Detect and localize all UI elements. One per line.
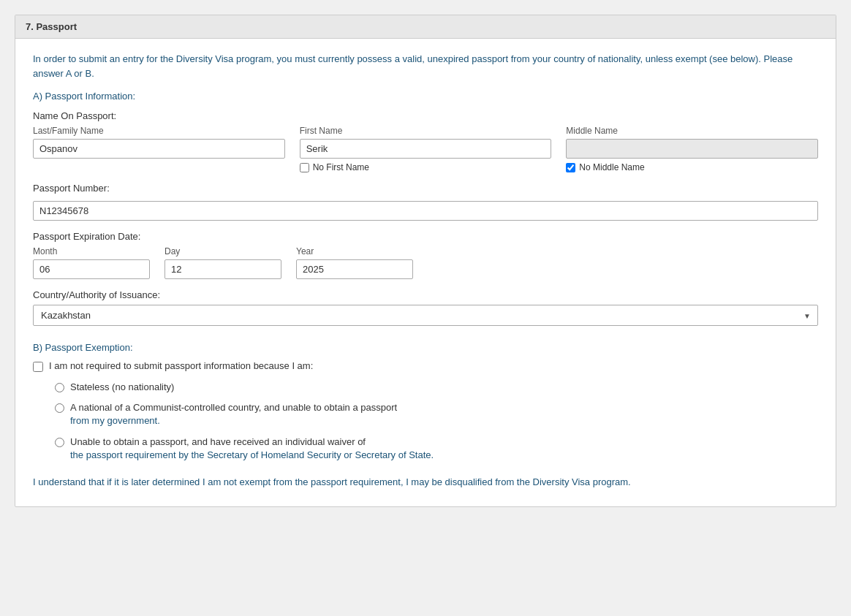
radio-stateless[interactable] bbox=[55, 383, 64, 392]
year-col: Year bbox=[296, 246, 413, 279]
exemption-main-label: I am not required to submit passport inf… bbox=[49, 360, 313, 371]
no-middle-name-row: No Middle Name bbox=[566, 162, 818, 172]
last-name-col: Last/Family Name bbox=[33, 126, 285, 172]
month-label: Month bbox=[33, 246, 150, 256]
country-label: Country/Authority of Issuance: bbox=[33, 289, 818, 300]
day-label: Day bbox=[164, 246, 281, 256]
expiration-label: Passport Expiration Date: bbox=[33, 231, 818, 242]
radio-communist[interactable] bbox=[55, 403, 64, 413]
day-input[interactable] bbox=[164, 259, 281, 279]
radio-waiver-label: Unable to obtain a passport, and have re… bbox=[70, 436, 434, 462]
month-col: Month bbox=[33, 246, 150, 279]
radio-waiver[interactable] bbox=[55, 438, 64, 447]
no-middle-name-checkbox[interactable] bbox=[566, 163, 575, 172]
first-name-input[interactable] bbox=[300, 139, 552, 159]
name-row: Last/Family Name First Name No First Nam… bbox=[33, 126, 818, 172]
bottom-note: I understand that if it is later determi… bbox=[33, 475, 818, 490]
no-middle-name-label: No Middle Name bbox=[579, 162, 644, 172]
radio-options: Stateless (no nationality) A national of… bbox=[55, 381, 818, 462]
last-name-input[interactable] bbox=[33, 139, 285, 159]
section-a-title: A) Passport Information: bbox=[33, 91, 818, 102]
first-name-label: First Name bbox=[300, 126, 552, 136]
date-row: Month Day Year bbox=[33, 246, 818, 279]
intro-text: In order to submit an entry for the Dive… bbox=[33, 52, 818, 80]
middle-name-col: Middle Name No Middle Name bbox=[566, 126, 818, 172]
section-b-title: B) Passport Exemption: bbox=[33, 342, 818, 353]
month-input[interactable] bbox=[33, 259, 150, 279]
radio-row-3: Unable to obtain a passport, and have re… bbox=[55, 436, 818, 462]
expiration-section: Passport Expiration Date: Month Day Year bbox=[33, 231, 818, 279]
year-input[interactable] bbox=[296, 259, 413, 279]
exemption-checkbox[interactable] bbox=[33, 362, 43, 372]
passport-section-card: 7. Passport In order to submit an entry … bbox=[15, 15, 836, 507]
first-name-col: First Name No First Name bbox=[300, 126, 552, 172]
middle-name-input[interactable] bbox=[566, 139, 818, 159]
radio-row-1: Stateless (no nationality) bbox=[55, 381, 818, 394]
no-first-name-label: No First Name bbox=[313, 162, 369, 172]
day-col: Day bbox=[164, 246, 281, 279]
passport-number-input[interactable] bbox=[33, 201, 818, 221]
radio-row-2: A national of a Communist-controlled cou… bbox=[55, 401, 818, 427]
country-select-wrapper: Kazakhstan Afghanistan Albania Russia Un… bbox=[33, 305, 818, 326]
country-section: Country/Authority of Issuance: Kazakhsta… bbox=[33, 289, 818, 326]
section-title: 7. Passport bbox=[26, 21, 77, 32]
year-label: Year bbox=[296, 246, 413, 256]
no-first-name-row: No First Name bbox=[300, 162, 552, 172]
no-first-name-checkbox[interactable] bbox=[300, 163, 309, 172]
exemption-section: B) Passport Exemption: I am not required… bbox=[33, 339, 818, 462]
middle-name-label: Middle Name bbox=[566, 126, 818, 136]
country-select[interactable]: Kazakhstan Afghanistan Albania Russia Un… bbox=[33, 305, 818, 326]
passport-number-section: Passport Number: bbox=[33, 183, 818, 221]
last-name-label: Last/Family Name bbox=[33, 126, 285, 136]
passport-number-label: Passport Number: bbox=[33, 183, 818, 194]
exemption-main-check-row: I am not required to submit passport inf… bbox=[33, 360, 818, 372]
radio-communist-label: A national of a Communist-controlled cou… bbox=[70, 401, 397, 427]
section-header: 7. Passport bbox=[15, 15, 836, 39]
name-on-passport-label: Name On Passport: bbox=[33, 110, 818, 121]
card-body: In order to submit an entry for the Dive… bbox=[15, 39, 836, 506]
radio-stateless-label: Stateless (no nationality) bbox=[70, 381, 174, 394]
